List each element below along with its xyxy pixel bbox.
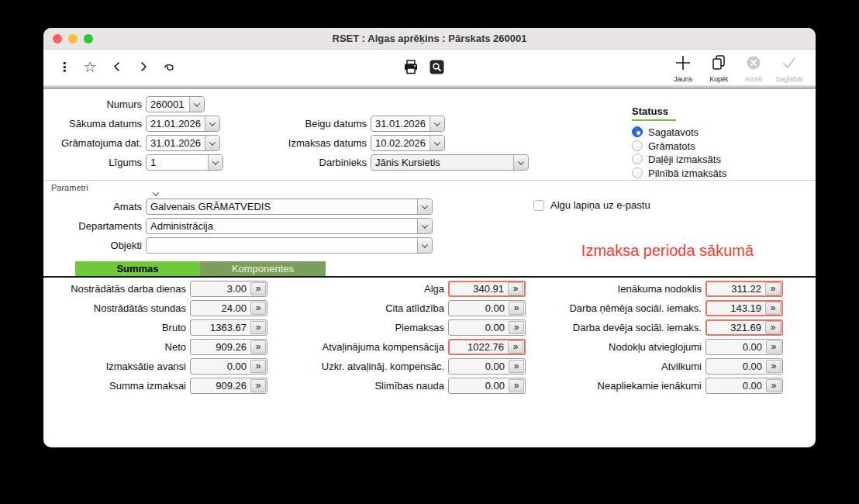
- amount-value: 340.91: [450, 283, 508, 295]
- attachment-paperclip-icon[interactable]: [160, 57, 180, 77]
- amount-field[interactable]: 0.00 »: [448, 300, 526, 316]
- expand-icon[interactable]: »: [250, 340, 266, 354]
- amount-value: 321.69: [707, 322, 765, 333]
- chevron-down-icon[interactable]: [417, 199, 432, 214]
- expand-icon[interactable]: »: [250, 282, 266, 295]
- tab-komponentes[interactable]: Komponentes: [200, 261, 326, 276]
- status-option-pilniba-izmaksats[interactable]: Pilnībā izmaksāts: [632, 167, 726, 179]
- expand-icon[interactable]: »: [766, 379, 781, 392]
- new-record-button[interactable]: Jauns: [666, 54, 700, 83]
- expand-icon[interactable]: »: [509, 379, 524, 392]
- amount-field[interactable]: 0.00 »: [448, 378, 526, 394]
- izmaksas-datums-label: Izmaksas datums: [270, 137, 367, 149]
- amount-field[interactable]: 143.19 »: [705, 300, 783, 316]
- chevron-down-icon[interactable]: [417, 219, 432, 233]
- checkbox-icon[interactable]: [533, 200, 544, 211]
- departaments-label: Departaments: [45, 220, 142, 232]
- field-row-piemaksas: Piemaksas 0.00 »: [305, 319, 526, 336]
- chevron-down-icon[interactable]: [430, 136, 444, 150]
- expand-icon[interactable]: »: [250, 321, 266, 334]
- numurs-combobox[interactable]: 260001: [146, 96, 205, 112]
- amats-combobox[interactable]: Galvenais GRĀMATVEDIS: [146, 198, 433, 215]
- darbinieks-combobox[interactable]: Jānis Kursietis: [371, 154, 529, 171]
- expand-icon[interactable]: »: [509, 321, 524, 334]
- radio-icon[interactable]: [632, 154, 643, 164]
- amount-field[interactable]: 1363.67 »: [190, 319, 267, 336]
- close-window-button[interactable]: [53, 34, 62, 43]
- status-option-daleji-izmaksats[interactable]: Daļēji izmaksāts: [632, 153, 721, 165]
- amount-field[interactable]: 0.00 »: [705, 378, 783, 394]
- menu-kebab-icon[interactable]: ⋮: [54, 57, 74, 77]
- copy-button[interactable]: Kopēt: [702, 54, 736, 83]
- expand-icon[interactable]: »: [509, 302, 524, 315]
- amount-field[interactable]: 0.00 »: [448, 358, 526, 375]
- chevron-down-icon[interactable]: [205, 136, 219, 150]
- departaments-combobox[interactable]: Administrācija: [146, 218, 433, 234]
- chevron-down-icon[interactable]: [430, 116, 444, 131]
- gramatojuma-dat-combobox[interactable]: 31.01.2026: [146, 135, 220, 151]
- save-button[interactable]: Saglabāt: [772, 54, 806, 83]
- amount-field[interactable]: 24.00 »: [190, 300, 267, 316]
- expand-icon[interactable]: »: [508, 282, 523, 295]
- radio-icon[interactable]: [632, 140, 643, 151]
- amount-value: 0.00: [449, 322, 509, 333]
- tab-summas[interactable]: Summas: [75, 261, 200, 276]
- expand-icon[interactable]: »: [766, 340, 781, 354]
- amount-value: 0.00: [706, 341, 766, 353]
- field-label: Alga: [305, 283, 444, 295]
- expand-icon[interactable]: »: [250, 360, 266, 373]
- zoom-window-button[interactable]: [84, 34, 93, 43]
- chevron-down-icon[interactable]: [513, 155, 528, 170]
- amount-field[interactable]: 1022.76 »: [448, 339, 526, 355]
- amount-field[interactable]: 3.00 »: [190, 281, 267, 297]
- status-option-gramatots[interactable]: Grāmatots: [632, 140, 695, 152]
- amount-value: 3.00: [191, 283, 250, 295]
- amount-value: 0.00: [191, 361, 250, 372]
- objekti-combobox[interactable]: [146, 237, 433, 254]
- chevron-down-icon[interactable]: [417, 238, 432, 253]
- amount-field[interactable]: 321.69 »: [705, 319, 783, 336]
- preview-search-icon[interactable]: [426, 57, 447, 77]
- parametri-section-label: Parametri: [51, 183, 88, 192]
- field-row-darba-dienas: Nostrādātās darba dienas 3.00 »: [47, 281, 267, 297]
- status-option-sagatavots[interactable]: Sagatavots: [632, 126, 699, 138]
- minimize-window-button[interactable]: [68, 34, 78, 43]
- back-icon[interactable]: [107, 57, 127, 77]
- gramatojuma-dat-row: Grāmatojuma dat. 31.01.2026: [45, 135, 220, 151]
- expand-icon[interactable]: »: [250, 302, 266, 315]
- expand-icon[interactable]: »: [508, 340, 523, 354]
- expand-icon[interactable]: »: [250, 379, 266, 392]
- amount-field[interactable]: 0.00 »: [705, 339, 783, 355]
- amount-field[interactable]: 340.91 »: [448, 281, 526, 297]
- expand-icon[interactable]: »: [509, 360, 524, 373]
- radio-icon[interactable]: [632, 167, 643, 178]
- radio-icon[interactable]: [632, 126, 643, 137]
- amount-field[interactable]: 0.00 »: [190, 358, 267, 375]
- save-label: Saglabāt: [775, 75, 803, 83]
- expand-icon[interactable]: »: [765, 282, 781, 295]
- beigu-datums-combobox[interactable]: 31.01.2026: [371, 116, 445, 132]
- favorite-star-icon[interactable]: ☆: [80, 57, 100, 77]
- amount-field[interactable]: 0.00 »: [705, 358, 783, 375]
- chevron-down-icon[interactable]: [205, 116, 219, 131]
- chevron-down-icon[interactable]: [189, 97, 204, 112]
- expand-icon[interactable]: »: [766, 360, 781, 373]
- field-row-slimibas-nauda: Slimības nauda 0.00 »: [305, 378, 526, 394]
- sakuma-datums-combobox[interactable]: 21.01.2026: [146, 116, 220, 132]
- epastu-checkbox-row[interactable]: Algu lapiņa uz e-pastu: [533, 199, 650, 211]
- amount-field[interactable]: 0.00 »: [448, 319, 526, 336]
- cancel-button[interactable]: Atcelt: [737, 54, 771, 83]
- expand-icon[interactable]: »: [765, 302, 781, 315]
- field-label: Piemaksas: [305, 322, 444, 333]
- amount-value: 0.00: [706, 380, 766, 392]
- ligums-combobox[interactable]: 1: [146, 154, 223, 171]
- amount-field[interactable]: 311.22 »: [705, 281, 783, 297]
- print-icon[interactable]: [401, 57, 421, 77]
- chevron-down-icon[interactable]: [208, 155, 223, 170]
- expand-icon[interactable]: »: [765, 321, 781, 334]
- amount-field[interactable]: 909.26 »: [190, 378, 267, 394]
- parametri-collapse-icon[interactable]: [154, 185, 158, 199]
- forward-icon[interactable]: [133, 57, 154, 77]
- izmaksas-datums-combobox[interactable]: 10.02.2026: [371, 135, 445, 151]
- amount-field[interactable]: 909.26 »: [190, 339, 267, 355]
